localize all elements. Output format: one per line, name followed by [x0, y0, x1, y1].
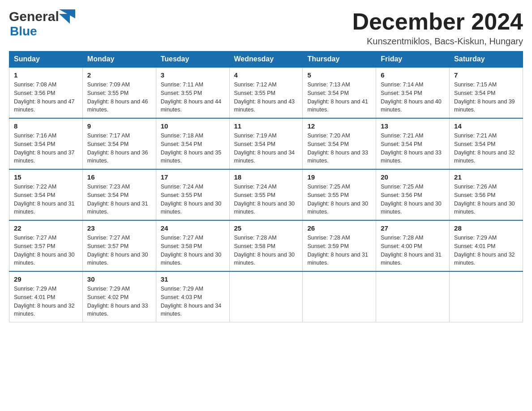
calendar-day-cell: 11 Sunrise: 7:19 AMSunset: 3:54 PMDaylig… [229, 118, 303, 169]
day-number: 5 [307, 71, 371, 79]
day-number: 13 [381, 122, 445, 130]
day-number: 4 [234, 71, 298, 79]
day-number: 9 [87, 122, 151, 130]
day-number: 19 [307, 173, 371, 181]
day-number: 27 [381, 224, 445, 232]
day-info: Sunrise: 7:24 AMSunset: 3:55 PMDaylight:… [234, 184, 295, 215]
calendar-day-cell: 20 Sunrise: 7:25 AMSunset: 3:56 PMDaylig… [376, 169, 450, 220]
column-header-thursday: Thursday [303, 51, 376, 68]
calendar-day-cell: 22 Sunrise: 7:27 AMSunset: 3:57 PMDaylig… [9, 220, 83, 271]
day-info: Sunrise: 7:27 AMSunset: 3:57 PMDaylight:… [87, 235, 148, 266]
calendar-day-cell: 27 Sunrise: 7:28 AMSunset: 4:00 PMDaylig… [376, 220, 450, 271]
logo-general-text: General [9, 9, 59, 24]
day-number: 2 [87, 71, 151, 79]
day-info: Sunrise: 7:29 AMSunset: 4:01 PMDaylight:… [14, 286, 75, 317]
day-number: 7 [454, 71, 518, 79]
day-number: 11 [234, 122, 298, 130]
calendar-day-cell: 23 Sunrise: 7:27 AMSunset: 3:57 PMDaylig… [82, 220, 156, 271]
calendar-day-cell: 26 Sunrise: 7:28 AMSunset: 3:59 PMDaylig… [303, 220, 376, 271]
calendar-day-cell: 8 Sunrise: 7:16 AMSunset: 3:54 PMDayligh… [9, 118, 83, 169]
calendar-day-cell: 19 Sunrise: 7:25 AMSunset: 3:55 PMDaylig… [303, 169, 376, 220]
day-info: Sunrise: 7:26 AMSunset: 3:56 PMDaylight:… [454, 184, 515, 215]
calendar-day-cell: 2 Sunrise: 7:09 AMSunset: 3:55 PMDayligh… [82, 67, 156, 118]
calendar-day-cell: 15 Sunrise: 7:22 AMSunset: 3:54 PMDaylig… [9, 169, 83, 220]
calendar-day-cell: 6 Sunrise: 7:14 AMSunset: 3:54 PMDayligh… [376, 67, 450, 118]
day-number: 30 [87, 275, 151, 283]
day-info: Sunrise: 7:21 AMSunset: 3:54 PMDaylight:… [381, 133, 442, 164]
day-info: Sunrise: 7:17 AMSunset: 3:54 PMDaylight:… [87, 133, 148, 164]
day-number: 3 [161, 71, 225, 79]
calendar-day-cell [229, 271, 303, 322]
calendar-table: SundayMondayTuesdayWednesdayThursdayFrid… [9, 51, 523, 322]
day-info: Sunrise: 7:08 AMSunset: 3:56 PMDaylight:… [14, 81, 75, 113]
calendar-week-row: 1 Sunrise: 7:08 AMSunset: 3:56 PMDayligh… [9, 67, 523, 118]
day-info: Sunrise: 7:28 AMSunset: 3:59 PMDaylight:… [307, 235, 368, 266]
day-number: 23 [87, 224, 151, 232]
calendar-day-cell: 1 Sunrise: 7:08 AMSunset: 3:56 PMDayligh… [9, 67, 83, 118]
day-info: Sunrise: 7:15 AMSunset: 3:54 PMDaylight:… [454, 81, 515, 113]
day-info: Sunrise: 7:12 AMSunset: 3:55 PMDaylight:… [234, 81, 295, 113]
column-header-wednesday: Wednesday [229, 51, 303, 68]
calendar-day-cell: 17 Sunrise: 7:24 AMSunset: 3:55 PMDaylig… [156, 169, 229, 220]
day-info: Sunrise: 7:16 AMSunset: 3:54 PMDaylight:… [14, 133, 75, 164]
day-info: Sunrise: 7:21 AMSunset: 3:54 PMDaylight:… [454, 133, 515, 164]
day-info: Sunrise: 7:25 AMSunset: 3:55 PMDaylight:… [307, 184, 368, 215]
title-block: December 2024 Kunszentmiklos, Bacs-Kisku… [352, 9, 523, 47]
location-subtitle: Kunszentmiklos, Bacs-Kiskun, Hungary [352, 36, 523, 47]
calendar-week-row: 29 Sunrise: 7:29 AMSunset: 4:01 PMDaylig… [9, 271, 523, 322]
calendar-week-row: 15 Sunrise: 7:22 AMSunset: 3:54 PMDaylig… [9, 169, 523, 220]
calendar-day-cell: 14 Sunrise: 7:21 AMSunset: 3:54 PMDaylig… [450, 118, 523, 169]
day-number: 25 [234, 224, 298, 232]
calendar-day-cell [303, 271, 376, 322]
day-number: 6 [381, 71, 445, 79]
day-info: Sunrise: 7:20 AMSunset: 3:54 PMDaylight:… [307, 133, 368, 164]
calendar-day-cell: 21 Sunrise: 7:26 AMSunset: 3:56 PMDaylig… [450, 169, 523, 220]
day-number: 31 [161, 275, 225, 283]
calendar-week-row: 22 Sunrise: 7:27 AMSunset: 3:57 PMDaylig… [9, 220, 523, 271]
svg-marker-1 [59, 14, 70, 24]
calendar-header-row: SundayMondayTuesdayWednesdayThursdayFrid… [9, 51, 523, 68]
column-header-saturday: Saturday [450, 51, 523, 68]
day-info: Sunrise: 7:29 AMSunset: 4:03 PMDaylight:… [161, 286, 222, 317]
calendar-day-cell [450, 271, 523, 322]
day-number: 21 [454, 173, 518, 181]
day-number: 28 [454, 224, 518, 232]
day-info: Sunrise: 7:11 AMSunset: 3:55 PMDaylight:… [161, 81, 222, 113]
day-number: 12 [307, 122, 371, 130]
day-info: Sunrise: 7:29 AMSunset: 4:02 PMDaylight:… [87, 286, 148, 317]
day-number: 26 [307, 224, 371, 232]
calendar-day-cell: 25 Sunrise: 7:28 AMSunset: 3:58 PMDaylig… [229, 220, 303, 271]
day-info: Sunrise: 7:25 AMSunset: 3:56 PMDaylight:… [381, 184, 442, 215]
column-header-friday: Friday [376, 51, 450, 68]
calendar-day-cell: 16 Sunrise: 7:23 AMSunset: 3:54 PMDaylig… [82, 169, 156, 220]
calendar-day-cell: 10 Sunrise: 7:18 AMSunset: 3:54 PMDaylig… [156, 118, 229, 169]
calendar-day-cell: 18 Sunrise: 7:24 AMSunset: 3:55 PMDaylig… [229, 169, 303, 220]
day-number: 14 [454, 122, 518, 130]
day-number: 16 [87, 173, 151, 181]
day-number: 1 [14, 71, 78, 79]
calendar-day-cell: 29 Sunrise: 7:29 AMSunset: 4:01 PMDaylig… [9, 271, 83, 322]
calendar-day-cell: 31 Sunrise: 7:29 AMSunset: 4:03 PMDaylig… [156, 271, 229, 322]
day-number: 17 [161, 173, 225, 181]
day-info: Sunrise: 7:23 AMSunset: 3:54 PMDaylight:… [87, 184, 148, 215]
day-info: Sunrise: 7:29 AMSunset: 4:01 PMDaylight:… [454, 235, 515, 266]
calendar-day-cell [376, 271, 450, 322]
logo-icon [59, 9, 75, 24]
day-info: Sunrise: 7:28 AMSunset: 3:58 PMDaylight:… [234, 235, 295, 266]
day-info: Sunrise: 7:27 AMSunset: 3:58 PMDaylight:… [161, 235, 222, 266]
calendar-day-cell: 4 Sunrise: 7:12 AMSunset: 3:55 PMDayligh… [229, 67, 303, 118]
logo: General Blue [9, 9, 75, 39]
day-info: Sunrise: 7:27 AMSunset: 3:57 PMDaylight:… [14, 235, 75, 266]
day-number: 10 [161, 122, 225, 130]
calendar-week-row: 8 Sunrise: 7:16 AMSunset: 3:54 PMDayligh… [9, 118, 523, 169]
day-info: Sunrise: 7:24 AMSunset: 3:55 PMDaylight:… [161, 184, 222, 215]
calendar-day-cell: 13 Sunrise: 7:21 AMSunset: 3:54 PMDaylig… [376, 118, 450, 169]
day-info: Sunrise: 7:22 AMSunset: 3:54 PMDaylight:… [14, 184, 75, 215]
calendar-day-cell: 5 Sunrise: 7:13 AMSunset: 3:54 PMDayligh… [303, 67, 376, 118]
day-number: 22 [14, 224, 78, 232]
day-info: Sunrise: 7:09 AMSunset: 3:55 PMDaylight:… [87, 81, 148, 113]
logo-blue-text: Blue [10, 24, 37, 38]
day-info: Sunrise: 7:14 AMSunset: 3:54 PMDaylight:… [381, 81, 442, 113]
page-header: General Blue December 2024 Kunszentmiklo… [9, 9, 523, 47]
calendar-day-cell: 28 Sunrise: 7:29 AMSunset: 4:01 PMDaylig… [450, 220, 523, 271]
